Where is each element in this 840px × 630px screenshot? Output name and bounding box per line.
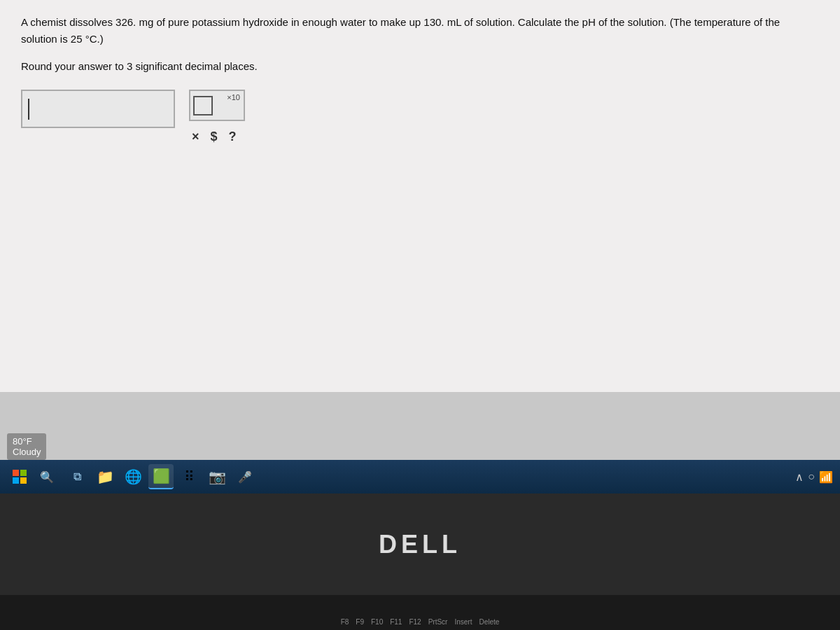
question-symbol-button[interactable]: ? <box>229 130 237 144</box>
laptop-bezel: DELL <box>0 493 840 595</box>
main-content: A chemist dissolves 326. mg of pure pota… <box>0 0 840 392</box>
power-box[interactable]: ×10 <box>189 90 245 121</box>
up-arrow-icon[interactable]: ∧ <box>795 470 804 484</box>
key-insert[interactable]: Insert <box>454 618 472 626</box>
wifi-icon: 📶 <box>819 470 833 484</box>
key-delete[interactable]: Delete <box>479 618 499 626</box>
file-explorer-button[interactable]: 📁 <box>92 464 118 489</box>
app-icon: 🟩 <box>153 468 170 484</box>
file-explorer-icon: 📁 <box>97 468 114 485</box>
mic-icon: 🎤 <box>238 470 252 484</box>
battery-icon: ○ <box>808 470 815 483</box>
keyboard-area: F8 F9 F10 F11 F12 PrtScr Insert Delete <box>0 595 840 630</box>
apps-grid-button[interactable]: ⠿ <box>176 464 202 489</box>
taskbar-search-button[interactable]: 🔍 <box>36 466 57 487</box>
browser-button[interactable]: 🌐 <box>120 464 146 489</box>
symbol-row: × $ ? <box>189 130 245 144</box>
weather-temp: 80°F <box>13 436 41 447</box>
camera-icon: 📷 <box>209 468 226 485</box>
windows-start-button[interactable] <box>7 464 32 489</box>
key-prtscr[interactable]: PrtScr <box>428 618 448 626</box>
weather-condition: Cloudy <box>13 447 41 457</box>
camera-button[interactable]: 📷 <box>204 464 230 489</box>
power-input-container: ×10 × $ ? <box>189 90 245 144</box>
text-cursor <box>28 99 29 120</box>
dollar-symbol-button[interactable]: $ <box>211 130 218 144</box>
question-text: A chemist dissolves 326. mg of pure pota… <box>21 14 819 48</box>
taskbar-apps: ⧉ 📁 🌐 🟩 ⠿ 📷 🎤 <box>64 464 258 489</box>
weather-widget: 80°F Cloudy <box>7 433 46 460</box>
current-app-button[interactable]: 🟩 <box>148 464 174 489</box>
task-view-button[interactable]: ⧉ <box>64 464 90 489</box>
dell-logo: DELL <box>379 530 461 559</box>
search-icon: 🔍 <box>40 470 54 484</box>
mic-button[interactable]: 🎤 <box>232 464 258 489</box>
taskbar-right: ∧ ○ 📶 <box>795 470 833 484</box>
task-view-icon: ⧉ <box>74 470 81 483</box>
key-f12[interactable]: F12 <box>409 618 421 626</box>
windows-logo-icon <box>13 470 27 484</box>
power-box-inner <box>193 96 213 115</box>
answer-input-box[interactable] <box>21 90 175 128</box>
round-instruction: Round your answer to 3 significant decim… <box>21 60 819 72</box>
browser-icon: 🌐 <box>125 468 142 485</box>
key-f8[interactable]: F8 <box>341 618 349 626</box>
power-label: ×10 <box>227 93 240 102</box>
apps-grid-icon: ⠿ <box>184 468 195 485</box>
key-f10[interactable]: F10 <box>371 618 383 626</box>
input-row: ×10 × $ ? <box>21 90 819 144</box>
key-f11[interactable]: F11 <box>390 618 402 626</box>
taskbar: 🔍 ⧉ 📁 🌐 🟩 ⠿ 📷 🎤 <box>0 460 840 493</box>
cross-symbol-button[interactable]: × <box>192 130 200 144</box>
system-tray: ∧ ○ 📶 <box>795 470 833 484</box>
key-f9[interactable]: F9 <box>356 618 364 626</box>
